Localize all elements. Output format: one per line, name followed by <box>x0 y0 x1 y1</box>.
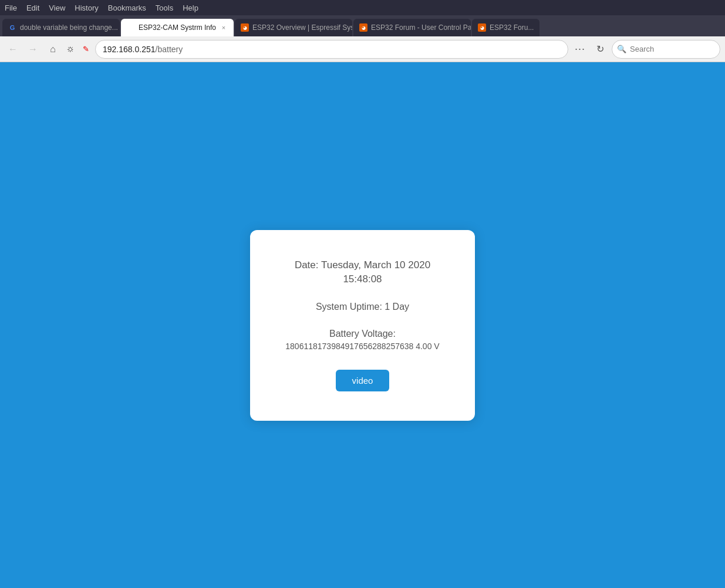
menu-tools[interactable]: Tools <box>156 4 173 12</box>
menu-file[interactable]: File <box>5 4 17 12</box>
more-button[interactable]: ··· <box>572 41 588 58</box>
card-voltage-label: Battery Voltage: <box>285 329 439 339</box>
tab-bar: G double variable being change... × ESP3… <box>0 15 725 36</box>
url-path: /battery <box>156 45 183 54</box>
tab-2-favicon <box>127 23 135 32</box>
card-voltage-value: 1806118173984917656288257638 4.00 V <box>285 342 439 351</box>
card-time: 15:48:08 <box>285 273 439 285</box>
tab-3-favicon: ◕ <box>241 23 249 32</box>
nav-bar: ← → ⌂ ⛭ ✎ 192.168.0.251/battery ··· ↻ 🔍 <box>0 36 725 62</box>
tab-4[interactable]: ◕ ESP32 Forum - User Control Pa... × <box>353 19 471 36</box>
page-content: Date: Tuesday, March 10 2020 15:48:08 Sy… <box>0 62 725 588</box>
info-card: Date: Tuesday, March 10 2020 15:48:08 Sy… <box>250 230 474 421</box>
tab-3[interactable]: ◕ ESP32 Overview | Espressif Syst... × <box>235 19 352 36</box>
search-wrapper: 🔍 <box>612 40 720 59</box>
menu-help[interactable]: Help <box>183 4 198 12</box>
home-button[interactable]: ⌂ <box>45 41 61 58</box>
search-input[interactable] <box>612 40 720 59</box>
forward-button[interactable]: → <box>25 41 41 58</box>
tab-4-label: ESP32 Forum - User Control Pa... <box>371 23 471 32</box>
tab-4-favicon: ◕ <box>359 23 367 32</box>
tab-1-favicon: G <box>8 23 16 32</box>
tab-5-label: ESP32 Foru... <box>490 23 534 32</box>
menu-view[interactable]: View <box>49 4 65 12</box>
url-domain: 192.168.0.251 <box>103 45 156 54</box>
shield-icon: ⛭ <box>65 43 76 55</box>
back-button[interactable]: ← <box>5 41 21 58</box>
tab-2-close[interactable]: × <box>220 23 228 32</box>
menu-bookmarks[interactable]: Bookmarks <box>108 4 146 12</box>
tab-2-label: ESP32-CAM Systrm Info <box>139 23 216 32</box>
tab-3-label: ESP32 Overview | Espressif Syst... <box>252 23 352 32</box>
tab-2[interactable]: ESP32-CAM Systrm Info × <box>121 19 234 36</box>
menu-bar: File Edit View History Bookmarks Tools H… <box>0 0 725 15</box>
url-text: 192.168.0.251/battery <box>103 45 561 54</box>
tab-5-favicon: ◕ <box>478 23 486 32</box>
menu-history[interactable]: History <box>75 4 98 12</box>
tab-5[interactable]: ◕ ESP32 Foru... <box>472 19 539 36</box>
edit-icon: ✎ <box>80 43 92 55</box>
url-bar[interactable]: 192.168.0.251/battery <box>95 40 568 59</box>
menu-edit[interactable]: Edit <box>26 4 39 12</box>
card-uptime: System Uptime: 1 Day <box>285 302 439 312</box>
card-date: Date: Tuesday, March 10 2020 <box>285 259 439 271</box>
tab-1[interactable]: G double variable being change... × <box>2 19 120 36</box>
tab-1-label: double variable being change... <box>20 23 118 32</box>
reload-button[interactable]: ↻ <box>592 41 608 58</box>
video-button[interactable]: video <box>336 370 390 391</box>
